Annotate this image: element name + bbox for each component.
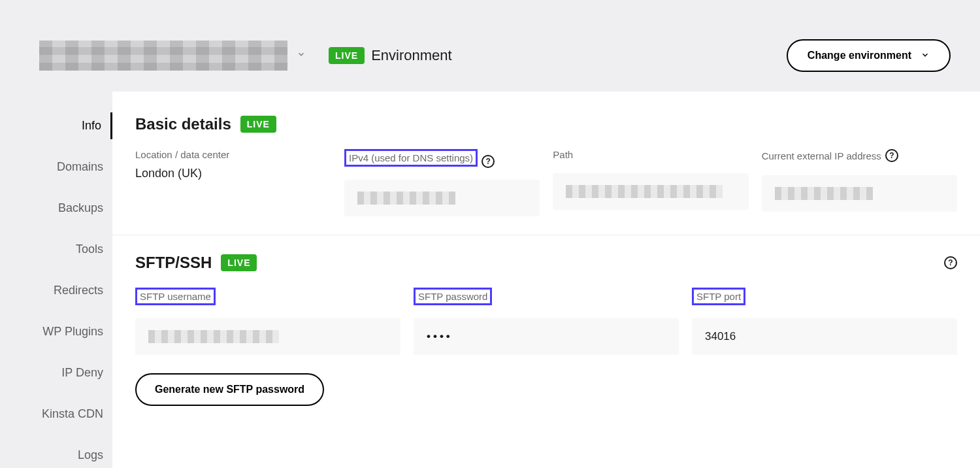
external-ip-redacted: [775, 187, 873, 200]
sftp-password-value: ••••: [414, 318, 679, 355]
location-value: London (UK): [135, 167, 331, 180]
help-icon[interactable]: ?: [944, 256, 957, 269]
sftp-username-value: [135, 318, 400, 355]
sftp-password-mask: ••••: [427, 330, 453, 343]
external-ip-column: Current external IP address ?: [762, 149, 957, 212]
page-layout: Info Domains Backups Tools Redirects WP …: [0, 92, 980, 468]
generate-sftp-password-button[interactable]: Generate new SFTP password: [135, 373, 324, 406]
sidebar-item-domains[interactable]: Domains: [0, 154, 112, 180]
change-environment-button[interactable]: Change environment: [787, 39, 951, 72]
sftp-port-value: 34016: [692, 318, 957, 355]
path-value: [553, 173, 748, 210]
sidebar-item-wp-plugins[interactable]: WP Plugins: [0, 318, 112, 345]
sftp-password-label: SFTP password: [414, 288, 492, 305]
basic-details-grid: Location / data center London (UK) IPv4 …: [135, 149, 957, 216]
sftp-grid: SFTP username SFTP password •••• SFTP po…: [135, 288, 957, 355]
location-column: Location / data center London (UK): [135, 149, 331, 180]
external-ip-label: Current external IP address: [762, 150, 881, 161]
path-column: Path: [553, 149, 748, 210]
sidebar-item-tools[interactable]: Tools: [0, 236, 112, 263]
sidebar-item-kinsta-cdn[interactable]: Kinsta CDN: [0, 401, 112, 427]
main-panel: Basic details LIVE Location / data cente…: [112, 92, 980, 468]
ipv4-column: IPv4 (used for DNS settings) ?: [344, 149, 540, 216]
sidebar-item-redirects[interactable]: Redirects: [0, 277, 112, 304]
sftp-port-number: 34016: [705, 330, 736, 343]
sftp-username-label: SFTP username: [135, 288, 216, 305]
sidebar-item-backups[interactable]: Backups: [0, 195, 112, 222]
generate-sftp-password-label: Generate new SFTP password: [155, 384, 304, 395]
sidebar-item-ip-deny[interactable]: IP Deny: [0, 359, 112, 386]
help-icon[interactable]: ?: [482, 155, 495, 168]
sftp-port-label: SFTP port: [692, 288, 745, 305]
environment-label: Environment: [371, 47, 452, 64]
external-ip-value: [762, 175, 957, 212]
ipv4-value: [344, 180, 540, 216]
basic-details-header: Basic details LIVE: [135, 115, 957, 133]
sftp-password-column: SFTP password ••••: [414, 288, 679, 355]
basic-details-title: Basic details: [135, 115, 231, 133]
sftp-port-column: SFTP port 34016: [692, 288, 957, 355]
sftp-header: SFTP/SSH LIVE ?: [135, 254, 957, 272]
ipv4-label: IPv4 (used for DNS settings): [344, 149, 478, 167]
basic-details-live-badge: LIVE: [240, 116, 276, 133]
help-icon[interactable]: ?: [885, 149, 898, 162]
section-divider: [112, 235, 980, 235]
path-redacted: [566, 185, 723, 198]
chevron-down-icon: [297, 50, 306, 61]
sftp-username-column: SFTP username: [135, 288, 400, 355]
sftp-live-badge: LIVE: [221, 254, 257, 271]
location-label: Location / data center: [135, 149, 229, 160]
sftp-title: SFTP/SSH: [135, 254, 212, 272]
sidebar: Info Domains Backups Tools Redirects WP …: [0, 92, 112, 468]
path-label: Path: [553, 149, 573, 160]
header-bar: LIVE Environment Change environment: [0, 0, 980, 92]
sftp-username-redacted: [148, 330, 279, 343]
ipv4-redacted: [357, 192, 455, 205]
sidebar-item-info[interactable]: Info: [0, 112, 112, 139]
sidebar-item-logs[interactable]: Logs: [0, 442, 112, 468]
chevron-down-icon: [921, 50, 930, 61]
env-live-badge: LIVE: [329, 47, 365, 64]
site-name-redacted: [39, 41, 287, 71]
site-selector[interactable]: [39, 41, 306, 71]
change-environment-label: Change environment: [808, 50, 911, 61]
